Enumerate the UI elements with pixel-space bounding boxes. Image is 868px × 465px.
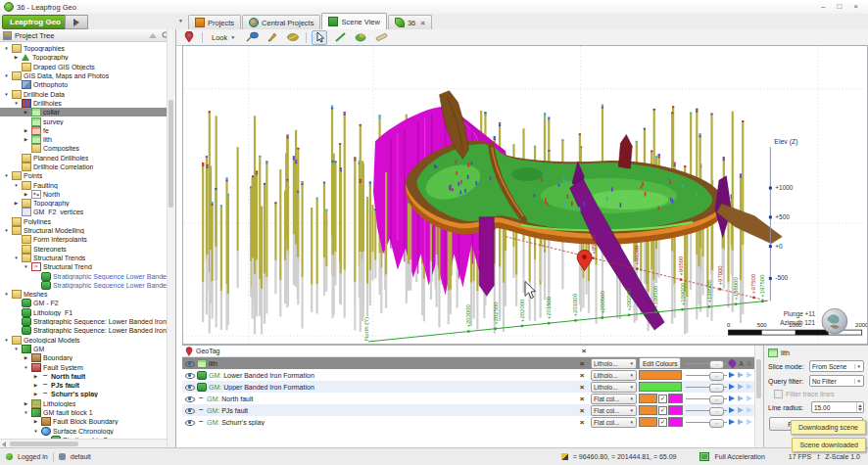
tab-projects[interactable]: Projects xyxy=(188,15,241,29)
tree-item-north-fault[interactable]: ▶North fault xyxy=(0,372,168,381)
slider-handle[interactable]: – xyxy=(709,372,724,381)
tree-item-stratigraphic-sequence[interactable]: ▼Stratigraphic Sequence xyxy=(0,436,168,439)
expanded-arrow-icon[interactable]: ▼ xyxy=(3,338,10,343)
display-mode-select[interactable]: Flat col...▼ xyxy=(591,417,637,428)
line-radius-stepper[interactable]: 15.00 xyxy=(811,401,864,413)
visibility-eye-icon[interactable] xyxy=(185,395,195,403)
collapsed-arrow-icon[interactable]: ▶ xyxy=(32,383,39,388)
geotag-close-button[interactable]: × xyxy=(577,347,591,355)
remove-from-scene-button[interactable]: × xyxy=(575,395,589,403)
select-tool-button[interactable] xyxy=(312,30,327,45)
tab-36[interactable]: 36× xyxy=(388,15,432,29)
collapsed-arrow-icon[interactable]: ▶ xyxy=(13,55,20,60)
collapsed-arrow-icon[interactable]: ▶ xyxy=(23,128,29,133)
visibility-eye-icon[interactable] xyxy=(185,371,195,380)
render-flag-icon[interactable] xyxy=(747,395,752,401)
tree-item-orthophoto[interactable]: Orthophoto xyxy=(0,80,168,89)
expanded-arrow-icon[interactable]: ▼ xyxy=(13,101,20,106)
display-mode-select[interactable]: Litholo...▼ xyxy=(591,358,637,369)
tree-item-stereonets[interactable]: Stereonets xyxy=(0,245,168,254)
opacity-slider[interactable]: – xyxy=(686,371,727,380)
slider-handle[interactable]: – xyxy=(709,384,724,393)
visibility-eye-icon[interactable] xyxy=(185,406,195,415)
visibility-eye-icon[interactable] xyxy=(185,383,195,392)
maximize-button[interactable]: □ xyxy=(837,2,842,12)
tab-scene-view[interactable]: Scene View xyxy=(321,13,386,29)
tree-item-composites[interactable]: Composites xyxy=(0,144,168,153)
tree-item-gm-f2[interactable]: GM - F2 xyxy=(0,299,168,307)
opacity-slider[interactable]: – xyxy=(686,418,727,427)
opacity-slider[interactable]: – xyxy=(686,359,727,368)
render-flag-icon[interactable] xyxy=(747,372,752,378)
slider-handle[interactable]: – xyxy=(709,360,724,369)
render-flag-icon[interactable] xyxy=(729,395,735,401)
tree-item-structural-modelling[interactable]: ▼Structural Modelling xyxy=(0,226,168,235)
render-flag-icon[interactable] xyxy=(729,419,735,425)
render-flag-icon[interactable] xyxy=(729,384,735,390)
collapse-all-icon[interactable] xyxy=(149,33,157,38)
collapsed-arrow-icon[interactable]: ▶ xyxy=(23,401,29,406)
shape-row-gm-north-fault[interactable]: GM: North fault×Flat col...▼✓– xyxy=(182,393,763,404)
render-flag-icon[interactable] xyxy=(738,395,744,401)
opacity-slider[interactable]: – xyxy=(686,395,727,403)
tree-item-survey[interactable]: survey xyxy=(0,116,168,125)
collapsed-arrow-icon[interactable]: ▶ xyxy=(32,419,39,424)
expanded-arrow-icon[interactable]: ▼ xyxy=(3,73,10,78)
expanded-arrow-icon[interactable]: ▼ xyxy=(13,183,20,188)
remove-from-scene-button[interactable]: × xyxy=(575,406,589,415)
tree-item-geological-models[interactable]: ▼Geological Models xyxy=(0,336,168,345)
render-flag-icon[interactable] xyxy=(738,419,744,425)
collapsed-arrow-icon[interactable]: ▶ xyxy=(13,201,20,206)
tree-item-gm[interactable]: ▼GM xyxy=(0,345,168,353)
list-vertical-scrollbar[interactable] xyxy=(754,346,763,448)
tree-item-gis-data-maps-and-photos[interactable]: ▼GIS Data, Maps and Photos xyxy=(0,71,168,80)
render-flag-icon[interactable] xyxy=(747,384,752,390)
ruler-tool-button[interactable] xyxy=(373,30,389,45)
visibility-eye-icon[interactable] xyxy=(185,418,195,427)
tree-item-structural-trends[interactable]: ▼Structural Trends xyxy=(0,254,168,262)
shape-row-gm-lower-banded-iron-formation[interactable]: GM: Lower Banded Iron Formation×Litholo.… xyxy=(182,369,763,381)
tree-item-north[interactable]: ▶North xyxy=(0,190,168,199)
display-mode-select[interactable]: Flat col...▼ xyxy=(591,405,637,416)
collapsed-arrow-icon[interactable]: ▶ xyxy=(23,137,29,142)
colour-swatch[interactable] xyxy=(639,370,682,380)
collapsed-arrow-icon[interactable]: ▶ xyxy=(32,392,39,396)
tree-item-fault-block-boundary[interactable]: ▶Fault Block Boundary xyxy=(0,417,168,426)
render-flag-icon[interactable] xyxy=(729,372,735,378)
mesh-tool-button[interactable] xyxy=(353,30,368,45)
expanded-arrow-icon[interactable]: ▼ xyxy=(3,92,10,97)
tree-item-form-interpolants[interactable]: Form Interpolants xyxy=(0,235,168,244)
expanded-arrow-icon[interactable]: ▼ xyxy=(3,46,10,51)
draw-polyline-button[interactable] xyxy=(332,30,348,45)
expanded-arrow-icon[interactable]: ▼ xyxy=(42,438,49,439)
back-colour-swatch[interactable] xyxy=(668,394,683,403)
expanded-arrow-icon[interactable]: ▼ xyxy=(32,429,39,434)
tab-close-button[interactable]: × xyxy=(420,19,425,27)
compass-orientation-widget[interactable] xyxy=(822,308,847,334)
edit-colours-button[interactable]: Edit Colours xyxy=(639,357,681,369)
render-flag-icon[interactable] xyxy=(738,384,744,390)
slider-handle[interactable]: – xyxy=(709,419,724,428)
collapsed-arrow-icon[interactable]: ▶ xyxy=(23,192,29,197)
collapsed-arrow-icon[interactable]: ▶ xyxy=(23,355,29,360)
tab-central-projects[interactable]: Central Projects xyxy=(242,15,320,29)
geotag-tool-button[interactable] xyxy=(181,30,197,45)
back-colour-swatch[interactable] xyxy=(668,417,683,427)
shape-row-gm-upper-banded-iron-formation[interactable]: GM: Upper Banded Iron Formation×Litholo.… xyxy=(182,381,763,393)
scroll-left-icon[interactable] xyxy=(2,442,6,447)
tree-item-lith[interactable]: ▶lith xyxy=(0,135,168,144)
tree-vertical-scrollbar[interactable] xyxy=(167,29,175,448)
format-text-off-icon[interactable]: A xyxy=(747,360,751,367)
minimize-button[interactable]: – xyxy=(821,2,825,12)
tree-item-pjs-fault[interactable]: ▶PJs fault xyxy=(0,381,168,390)
expanded-arrow-icon[interactable]: ▼ xyxy=(23,365,29,370)
tree-item-lithologies[interactable]: ▶Lithologies xyxy=(0,399,168,408)
shape-row-gm-pjs-fault[interactable]: GM: PJs fault×Flat col...▼✓– xyxy=(182,404,763,416)
filter-trace-lines-checkbox[interactable] xyxy=(774,390,783,398)
colour-swatch[interactable] xyxy=(639,382,682,392)
slider-handle[interactable]: – xyxy=(709,407,724,416)
query-filter-select[interactable]: No Filter ▼ xyxy=(809,375,864,387)
tree-item-planned-drillholes[interactable]: Planned Drillholes xyxy=(0,154,168,163)
colour-droplet-icon[interactable] xyxy=(727,358,738,369)
collapsed-arrow-icon[interactable]: ▶ xyxy=(32,374,39,379)
